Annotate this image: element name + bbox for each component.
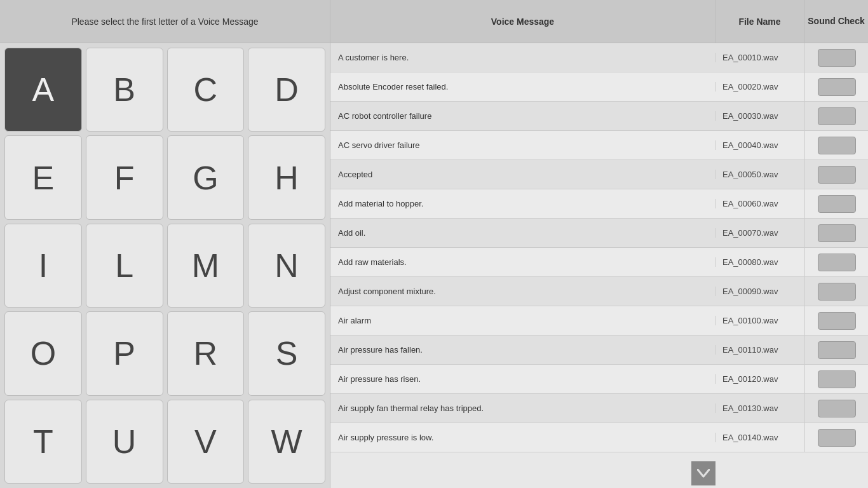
file-name: EA_00020.wav (715, 82, 804, 92)
table-row: Air alarmEA_00100.wav (330, 306, 868, 336)
sound-check-button[interactable] (818, 195, 856, 213)
col-header-voice-message: Voice Message (330, 0, 715, 43)
table-row: Air pressure has fallen.EA_00110.wav (330, 336, 868, 365)
sound-check-button[interactable] (818, 312, 856, 330)
col-header-sound-check: Sound Check (804, 0, 868, 43)
letter-cell-s[interactable]: S (248, 311, 325, 395)
sound-check-button[interactable] (818, 429, 856, 447)
file-name: EA_00110.wav (715, 345, 804, 355)
message-text: Air pressure has fallen. (330, 345, 715, 355)
letter-cell-e[interactable]: E (4, 135, 82, 219)
letter-cell-p[interactable]: P (86, 311, 163, 395)
message-text: Add oil. (330, 228, 715, 238)
sound-check-cell (804, 43, 868, 72)
sound-check-cell (804, 131, 868, 159)
sound-check-button[interactable] (818, 78, 856, 96)
table-row: AC servo driver failureEA_00040.wav (330, 131, 868, 160)
sound-check-cell (804, 394, 868, 423)
sound-check-cell (804, 248, 868, 276)
message-text: Adjust component mixture. (330, 287, 715, 296)
sound-check-cell (804, 102, 868, 130)
letter-cell-o[interactable]: O (4, 311, 82, 395)
sound-check-button[interactable] (818, 49, 856, 67)
letter-cell-i[interactable]: I (4, 224, 82, 308)
sound-check-button[interactable] (818, 400, 856, 417)
sound-check-button[interactable] (818, 224, 856, 242)
letter-cell-l[interactable]: L (86, 224, 163, 308)
letter-cell-t[interactable]: T (4, 400, 82, 484)
sound-check-cell (804, 306, 868, 335)
sound-check-button[interactable] (818, 107, 856, 125)
file-name: EA_00060.wav (715, 199, 804, 208)
message-text: Air pressure has risen. (330, 374, 715, 384)
message-text: Air supply pressure is low. (330, 433, 715, 442)
left-panel-header: Please select the first letter of a Voic… (0, 0, 330, 43)
right-panel: Voice Message File Name Sound Check A cu… (330, 0, 868, 488)
sound-check-cell (804, 336, 868, 364)
letter-cell-b[interactable]: B (86, 48, 163, 132)
table-row: Absolute Encoder reset failed.EA_00020.w… (330, 72, 868, 102)
letter-cell-m[interactable]: M (167, 224, 245, 308)
sound-check-cell (804, 189, 868, 218)
main-container: Please select the first letter of a Voic… (0, 0, 868, 488)
table-row: Air supply pressure is low.EA_00140.wav (330, 423, 868, 452)
message-text: Air alarm (330, 316, 715, 325)
letter-cell-u[interactable]: U (86, 400, 163, 484)
file-name: EA_00130.wav (715, 403, 804, 413)
file-name: EA_00120.wav (715, 374, 804, 384)
file-name: EA_00100.wav (715, 316, 804, 325)
table-row: Add material to hopper.EA_00060.wav (330, 189, 868, 219)
file-name: EA_00050.wav (715, 170, 804, 179)
table-row: Air pressure has risen.EA_00120.wav (330, 365, 868, 394)
letter-grid: ABCDEFGHILMNOPRSTUVW (0, 43, 330, 488)
col-header-file-name: File Name (715, 0, 804, 43)
sound-check-button[interactable] (818, 137, 856, 154)
letter-cell-v[interactable]: V (167, 400, 245, 484)
letter-cell-r[interactable]: R (167, 311, 245, 395)
sound-check-button[interactable] (818, 283, 856, 301)
file-name: EA_00140.wav (715, 433, 804, 442)
table-row: Air supply fan thermal relay has tripped… (330, 394, 868, 423)
letter-cell-h[interactable]: H (248, 135, 325, 219)
message-text: AC robot controller failure (330, 111, 715, 121)
header-text: Please select the first letter of a Voic… (71, 17, 258, 27)
sound-check-cell (804, 219, 868, 247)
letter-cell-d[interactable]: D (248, 48, 325, 132)
letter-cell-a[interactable]: A (4, 48, 82, 132)
sound-check-cell (804, 365, 868, 393)
file-name: EA_00010.wav (715, 53, 804, 62)
file-name: EA_00070.wav (715, 228, 804, 238)
chevron-down-icon (697, 469, 710, 478)
sound-check-cell (804, 72, 868, 101)
message-text: Air supply fan thermal relay has tripped… (330, 403, 715, 413)
table-row: AcceptedEA_00050.wav (330, 160, 868, 189)
letter-cell-n[interactable]: N (248, 224, 325, 308)
file-name: EA_00090.wav (715, 287, 804, 296)
message-text: A customer is here. (330, 53, 715, 62)
sound-check-cell (804, 160, 868, 189)
file-name: EA_00080.wav (715, 257, 804, 267)
sound-check-button[interactable] (818, 341, 856, 359)
sound-check-button[interactable] (818, 370, 856, 388)
right-header: Voice Message File Name Sound Check (330, 0, 868, 43)
letter-cell-g[interactable]: G (167, 135, 245, 219)
message-text: Add raw materials. (330, 257, 715, 267)
letter-cell-c[interactable]: C (167, 48, 245, 132)
table-row: Add oil.EA_00070.wav (330, 219, 868, 248)
left-panel: Please select the first letter of a Voic… (0, 0, 330, 488)
letter-cell-w[interactable]: W (248, 400, 325, 484)
message-text: AC servo driver failure (330, 140, 715, 150)
message-text: Add material to hopper. (330, 199, 715, 208)
table-row: Add raw materials.EA_00080.wav (330, 248, 868, 277)
table-row: Adjust component mixture.EA_00090.wav (330, 277, 868, 306)
file-name: EA_00040.wav (715, 140, 804, 150)
letter-cell-f[interactable]: F (86, 135, 163, 219)
scroll-down-button[interactable] (691, 461, 715, 485)
file-name: EA_00030.wav (715, 111, 804, 121)
message-text: Absolute Encoder reset failed. (330, 82, 715, 92)
sound-check-cell (804, 277, 868, 306)
sound-check-cell (804, 423, 868, 452)
table-row: A customer is here.EA_00010.wav (330, 43, 868, 72)
sound-check-button[interactable] (818, 254, 856, 271)
sound-check-button[interactable] (818, 166, 856, 184)
